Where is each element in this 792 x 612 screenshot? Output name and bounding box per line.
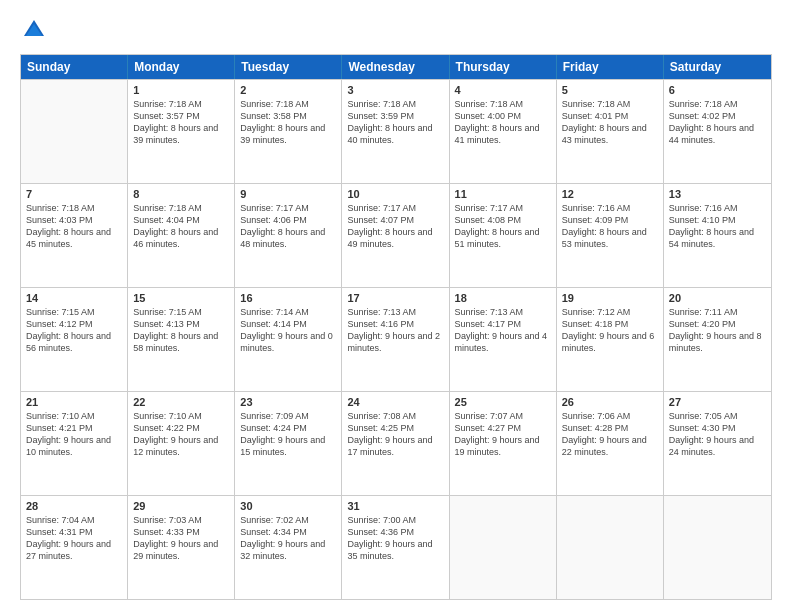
- cell-date: 12: [562, 188, 658, 200]
- cell-info: Sunrise: 7:06 AMSunset: 4:28 PMDaylight:…: [562, 410, 658, 459]
- calendar-cell: 3Sunrise: 7:18 AMSunset: 3:59 PMDaylight…: [342, 80, 449, 183]
- calendar-cell: 31Sunrise: 7:00 AMSunset: 4:36 PMDayligh…: [342, 496, 449, 599]
- cell-date: 17: [347, 292, 443, 304]
- header-day-saturday: Saturday: [664, 55, 771, 79]
- cell-info: Sunrise: 7:15 AMSunset: 4:12 PMDaylight:…: [26, 306, 122, 355]
- cell-info: Sunrise: 7:18 AMSunset: 4:04 PMDaylight:…: [133, 202, 229, 251]
- cell-info: Sunrise: 7:12 AMSunset: 4:18 PMDaylight:…: [562, 306, 658, 355]
- cell-info: Sunrise: 7:18 AMSunset: 3:58 PMDaylight:…: [240, 98, 336, 147]
- calendar-cell: 10Sunrise: 7:17 AMSunset: 4:07 PMDayligh…: [342, 184, 449, 287]
- cell-date: 2: [240, 84, 336, 96]
- cell-date: 7: [26, 188, 122, 200]
- calendar-cell: 13Sunrise: 7:16 AMSunset: 4:10 PMDayligh…: [664, 184, 771, 287]
- cell-info: Sunrise: 7:13 AMSunset: 4:17 PMDaylight:…: [455, 306, 551, 355]
- cell-date: 29: [133, 500, 229, 512]
- calendar-cell: 19Sunrise: 7:12 AMSunset: 4:18 PMDayligh…: [557, 288, 664, 391]
- logo: [20, 16, 52, 44]
- cell-info: Sunrise: 7:10 AMSunset: 4:22 PMDaylight:…: [133, 410, 229, 459]
- calendar-cell: 2Sunrise: 7:18 AMSunset: 3:58 PMDaylight…: [235, 80, 342, 183]
- header-day-thursday: Thursday: [450, 55, 557, 79]
- calendar-cell: 17Sunrise: 7:13 AMSunset: 4:16 PMDayligh…: [342, 288, 449, 391]
- calendar-body: 1Sunrise: 7:18 AMSunset: 3:57 PMDaylight…: [21, 79, 771, 599]
- cell-info: Sunrise: 7:05 AMSunset: 4:30 PMDaylight:…: [669, 410, 766, 459]
- cell-date: 28: [26, 500, 122, 512]
- cell-date: 16: [240, 292, 336, 304]
- calendar-cell: 5Sunrise: 7:18 AMSunset: 4:01 PMDaylight…: [557, 80, 664, 183]
- cell-date: 22: [133, 396, 229, 408]
- cell-date: 18: [455, 292, 551, 304]
- cell-date: 10: [347, 188, 443, 200]
- calendar-cell: 21Sunrise: 7:10 AMSunset: 4:21 PMDayligh…: [21, 392, 128, 495]
- calendar-cell: 25Sunrise: 7:07 AMSunset: 4:27 PMDayligh…: [450, 392, 557, 495]
- calendar-header: SundayMondayTuesdayWednesdayThursdayFrid…: [21, 55, 771, 79]
- calendar-cell: 9Sunrise: 7:17 AMSunset: 4:06 PMDaylight…: [235, 184, 342, 287]
- calendar-cell: [450, 496, 557, 599]
- week-row-2: 7Sunrise: 7:18 AMSunset: 4:03 PMDaylight…: [21, 183, 771, 287]
- cell-info: Sunrise: 7:16 AMSunset: 4:09 PMDaylight:…: [562, 202, 658, 251]
- cell-date: 26: [562, 396, 658, 408]
- cell-date: 31: [347, 500, 443, 512]
- calendar-cell: 30Sunrise: 7:02 AMSunset: 4:34 PMDayligh…: [235, 496, 342, 599]
- cell-date: 13: [669, 188, 766, 200]
- week-row-5: 28Sunrise: 7:04 AMSunset: 4:31 PMDayligh…: [21, 495, 771, 599]
- calendar: SundayMondayTuesdayWednesdayThursdayFrid…: [20, 54, 772, 600]
- header-day-friday: Friday: [557, 55, 664, 79]
- cell-info: Sunrise: 7:18 AMSunset: 4:03 PMDaylight:…: [26, 202, 122, 251]
- calendar-cell: 7Sunrise: 7:18 AMSunset: 4:03 PMDaylight…: [21, 184, 128, 287]
- week-row-4: 21Sunrise: 7:10 AMSunset: 4:21 PMDayligh…: [21, 391, 771, 495]
- calendar-cell: 11Sunrise: 7:17 AMSunset: 4:08 PMDayligh…: [450, 184, 557, 287]
- cell-info: Sunrise: 7:03 AMSunset: 4:33 PMDaylight:…: [133, 514, 229, 563]
- calendar-cell: [21, 80, 128, 183]
- cell-info: Sunrise: 7:10 AMSunset: 4:21 PMDaylight:…: [26, 410, 122, 459]
- week-row-3: 14Sunrise: 7:15 AMSunset: 4:12 PMDayligh…: [21, 287, 771, 391]
- header-day-sunday: Sunday: [21, 55, 128, 79]
- calendar-cell: 12Sunrise: 7:16 AMSunset: 4:09 PMDayligh…: [557, 184, 664, 287]
- cell-date: 4: [455, 84, 551, 96]
- cell-date: 27: [669, 396, 766, 408]
- cell-info: Sunrise: 7:09 AMSunset: 4:24 PMDaylight:…: [240, 410, 336, 459]
- calendar-cell: 22Sunrise: 7:10 AMSunset: 4:22 PMDayligh…: [128, 392, 235, 495]
- cell-date: 19: [562, 292, 658, 304]
- cell-date: 14: [26, 292, 122, 304]
- calendar-cell: [557, 496, 664, 599]
- cell-date: 5: [562, 84, 658, 96]
- cell-info: Sunrise: 7:11 AMSunset: 4:20 PMDaylight:…: [669, 306, 766, 355]
- cell-info: Sunrise: 7:15 AMSunset: 4:13 PMDaylight:…: [133, 306, 229, 355]
- cell-info: Sunrise: 7:17 AMSunset: 4:07 PMDaylight:…: [347, 202, 443, 251]
- cell-info: Sunrise: 7:18 AMSunset: 3:59 PMDaylight:…: [347, 98, 443, 147]
- cell-date: 25: [455, 396, 551, 408]
- week-row-1: 1Sunrise: 7:18 AMSunset: 3:57 PMDaylight…: [21, 79, 771, 183]
- calendar-cell: 15Sunrise: 7:15 AMSunset: 4:13 PMDayligh…: [128, 288, 235, 391]
- calendar-cell: 23Sunrise: 7:09 AMSunset: 4:24 PMDayligh…: [235, 392, 342, 495]
- logo-icon: [20, 16, 48, 44]
- cell-info: Sunrise: 7:07 AMSunset: 4:27 PMDaylight:…: [455, 410, 551, 459]
- cell-date: 30: [240, 500, 336, 512]
- page-header: [20, 16, 772, 44]
- calendar-cell: 4Sunrise: 7:18 AMSunset: 4:00 PMDaylight…: [450, 80, 557, 183]
- calendar-cell: 27Sunrise: 7:05 AMSunset: 4:30 PMDayligh…: [664, 392, 771, 495]
- calendar-cell: 16Sunrise: 7:14 AMSunset: 4:14 PMDayligh…: [235, 288, 342, 391]
- calendar-cell: 8Sunrise: 7:18 AMSunset: 4:04 PMDaylight…: [128, 184, 235, 287]
- cell-date: 20: [669, 292, 766, 304]
- cell-date: 21: [26, 396, 122, 408]
- cell-date: 9: [240, 188, 336, 200]
- calendar-cell: 1Sunrise: 7:18 AMSunset: 3:57 PMDaylight…: [128, 80, 235, 183]
- cell-info: Sunrise: 7:08 AMSunset: 4:25 PMDaylight:…: [347, 410, 443, 459]
- calendar-cell: 6Sunrise: 7:18 AMSunset: 4:02 PMDaylight…: [664, 80, 771, 183]
- cell-date: 3: [347, 84, 443, 96]
- calendar-cell: 24Sunrise: 7:08 AMSunset: 4:25 PMDayligh…: [342, 392, 449, 495]
- cell-info: Sunrise: 7:18 AMSunset: 4:02 PMDaylight:…: [669, 98, 766, 147]
- cell-info: Sunrise: 7:18 AMSunset: 4:01 PMDaylight:…: [562, 98, 658, 147]
- calendar-cell: 20Sunrise: 7:11 AMSunset: 4:20 PMDayligh…: [664, 288, 771, 391]
- cell-date: 6: [669, 84, 766, 96]
- cell-info: Sunrise: 7:04 AMSunset: 4:31 PMDaylight:…: [26, 514, 122, 563]
- cell-date: 23: [240, 396, 336, 408]
- cell-date: 24: [347, 396, 443, 408]
- calendar-cell: 14Sunrise: 7:15 AMSunset: 4:12 PMDayligh…: [21, 288, 128, 391]
- calendar-cell: [664, 496, 771, 599]
- cell-info: Sunrise: 7:17 AMSunset: 4:06 PMDaylight:…: [240, 202, 336, 251]
- cell-info: Sunrise: 7:02 AMSunset: 4:34 PMDaylight:…: [240, 514, 336, 563]
- cell-info: Sunrise: 7:17 AMSunset: 4:08 PMDaylight:…: [455, 202, 551, 251]
- cell-info: Sunrise: 7:18 AMSunset: 3:57 PMDaylight:…: [133, 98, 229, 147]
- header-day-tuesday: Tuesday: [235, 55, 342, 79]
